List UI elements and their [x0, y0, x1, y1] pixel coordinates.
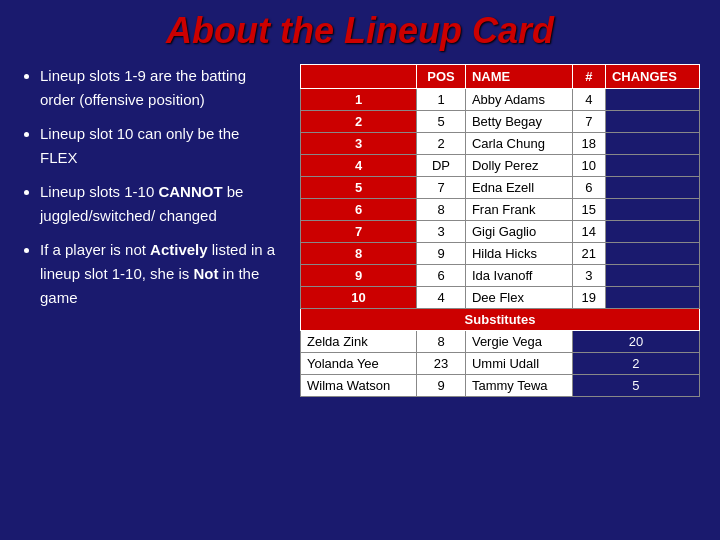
- row-hash: 14: [572, 221, 605, 243]
- table-row: 4 DP Dolly Perez 10: [301, 155, 700, 177]
- row-changes: [605, 177, 699, 199]
- row-pos: 2: [417, 133, 466, 155]
- row-num: 4: [301, 155, 417, 177]
- row-changes: [605, 265, 699, 287]
- sub-changes: 20: [572, 331, 699, 353]
- row-changes: [605, 221, 699, 243]
- row-name: Ida Ivanoff: [465, 265, 572, 287]
- right-panel: POS NAME # CHANGES 1 1 Abby Adams 4 2 5 …: [300, 64, 700, 530]
- page: About the Lineup Card Lineup slots 1-9 a…: [0, 0, 720, 540]
- bold-cannot: CANNOT: [158, 183, 222, 200]
- row-hash: 15: [572, 199, 605, 221]
- sub-num1: 8: [417, 331, 466, 353]
- lineup-table: POS NAME # CHANGES 1 1 Abby Adams 4 2 5 …: [300, 64, 700, 397]
- row-hash: 4: [572, 89, 605, 111]
- table-row: 3 2 Carla Chung 18: [301, 133, 700, 155]
- row-name: Abby Adams: [465, 89, 572, 111]
- table-row: 5 7 Edna Ezell 6: [301, 177, 700, 199]
- list-item-3: Lineup slots 1-10 CANNOT be juggled/swit…: [40, 180, 280, 228]
- table-row: 9 6 Ida Ivanoff 3: [301, 265, 700, 287]
- row-pos: 9: [417, 243, 466, 265]
- col-name: NAME: [465, 65, 572, 89]
- row-name: Dee Flex: [465, 287, 572, 309]
- sub-row: Zelda Zink 8 Vergie Vega 20: [301, 331, 700, 353]
- sub-name2: Vergie Vega: [465, 331, 572, 353]
- row-name: Dolly Perez: [465, 155, 572, 177]
- table-row: 6 8 Fran Frank 15: [301, 199, 700, 221]
- sub-num1: 23: [417, 353, 466, 375]
- table-row: 1 1 Abby Adams 4: [301, 89, 700, 111]
- sub-row: Yolanda Yee 23 Ummi Udall 2: [301, 353, 700, 375]
- row-pos: 8: [417, 199, 466, 221]
- row-name: Gigi Gaglio: [465, 221, 572, 243]
- row-name: Fran Frank: [465, 199, 572, 221]
- row-hash: 6: [572, 177, 605, 199]
- row-name: Hilda Hicks: [465, 243, 572, 265]
- row-num: 5: [301, 177, 417, 199]
- sub-name2: Ummi Udall: [465, 353, 572, 375]
- row-num: 9: [301, 265, 417, 287]
- sub-changes: 2: [572, 353, 699, 375]
- row-hash: 3: [572, 265, 605, 287]
- bold-actively: Actively: [150, 241, 208, 258]
- col-pos: POS: [417, 65, 466, 89]
- table-header: POS NAME # CHANGES: [301, 65, 700, 89]
- sub-name2: Tammy Tewa: [465, 375, 572, 397]
- row-changes: [605, 133, 699, 155]
- sub-num1: 9: [417, 375, 466, 397]
- list-item-1: Lineup slots 1-9 are the batting order (…: [40, 64, 280, 112]
- table-row: 7 3 Gigi Gaglio 14: [301, 221, 700, 243]
- row-changes: [605, 111, 699, 133]
- sub-name1: Zelda Zink: [301, 331, 417, 353]
- row-name: Edna Ezell: [465, 177, 572, 199]
- table-row: 2 5 Betty Begay 7: [301, 111, 700, 133]
- row-hash: 18: [572, 133, 605, 155]
- row-pos: 1: [417, 89, 466, 111]
- row-num: 3: [301, 133, 417, 155]
- row-name: Betty Begay: [465, 111, 572, 133]
- row-pos: 4: [417, 287, 466, 309]
- row-pos: 7: [417, 177, 466, 199]
- row-changes: [605, 89, 699, 111]
- row-changes: [605, 287, 699, 309]
- row-pos: 6: [417, 265, 466, 287]
- row-changes: [605, 243, 699, 265]
- row-pos: 3: [417, 221, 466, 243]
- row-hash: 19: [572, 287, 605, 309]
- sub-name1: Yolanda Yee: [301, 353, 417, 375]
- row-changes: [605, 199, 699, 221]
- table-row: 8 9 Hilda Hicks 21: [301, 243, 700, 265]
- left-panel: Lineup slots 1-9 are the batting order (…: [20, 64, 280, 530]
- sub-row: Wilma Watson 9 Tammy Tewa 5: [301, 375, 700, 397]
- page-title: About the Lineup Card: [20, 10, 700, 52]
- substitutes-header: Substitutes: [301, 309, 700, 331]
- row-changes: [605, 155, 699, 177]
- table-row: 10 4 Dee Flex 19: [301, 287, 700, 309]
- row-name: Carla Chung: [465, 133, 572, 155]
- col-num: [301, 65, 417, 89]
- row-num: 8: [301, 243, 417, 265]
- row-num: 1: [301, 89, 417, 111]
- row-hash: 10: [572, 155, 605, 177]
- sub-name1: Wilma Watson: [301, 375, 417, 397]
- list-item-4: If a player is not Actively listed in a …: [40, 238, 280, 310]
- row-num: 10: [301, 287, 417, 309]
- sub-changes: 5: [572, 375, 699, 397]
- content-area: Lineup slots 1-9 are the batting order (…: [20, 64, 700, 530]
- row-hash: 21: [572, 243, 605, 265]
- row-num: 7: [301, 221, 417, 243]
- substitutes-label: Substitutes: [301, 309, 700, 331]
- row-hash: 7: [572, 111, 605, 133]
- row-num: 6: [301, 199, 417, 221]
- row-pos: 5: [417, 111, 466, 133]
- col-hash: #: [572, 65, 605, 89]
- list-item-2: Lineup slot 10 can only be the FLEX: [40, 122, 280, 170]
- bold-not: Not: [193, 265, 218, 282]
- row-num: 2: [301, 111, 417, 133]
- table-body: 1 1 Abby Adams 4 2 5 Betty Begay 7 3 2 C…: [301, 89, 700, 397]
- bullet-list: Lineup slots 1-9 are the batting order (…: [20, 64, 280, 310]
- col-changes: CHANGES: [605, 65, 699, 89]
- row-pos: DP: [417, 155, 466, 177]
